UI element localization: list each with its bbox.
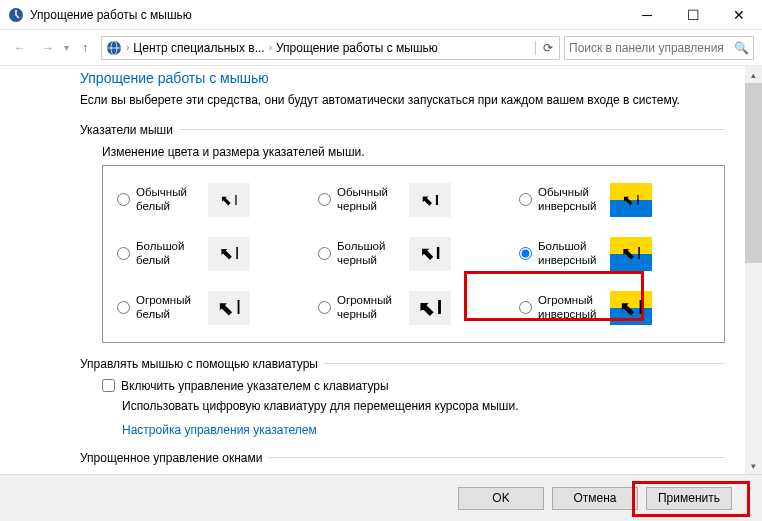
ibeam-icon: I	[234, 192, 238, 208]
pointer-label: Огромный черный	[337, 294, 405, 322]
pointer-label: Большой белый	[136, 240, 204, 268]
pointer-preview: ⬉I	[208, 183, 250, 217]
title-bar: Упрощение работы с мышью ─ ☐ ✕	[0, 0, 762, 30]
pointer-option-1[interactable]: Обычный черный⬉I	[318, 176, 509, 224]
history-chevron[interactable]: ▾	[64, 42, 69, 53]
pointer-label: Огромный белый	[136, 294, 204, 322]
ok-button[interactable]: OK	[458, 487, 544, 510]
divider	[268, 457, 725, 458]
address-bar[interactable]: › Центр специальных в... › Упрощение раб…	[101, 36, 560, 60]
breadcrumb-1[interactable]: Центр специальных в...	[133, 41, 264, 55]
pointer-radio-6[interactable]	[117, 301, 130, 314]
refresh-dropdown[interactable]: ⟳	[535, 41, 555, 55]
pointer-preview: ⬉I	[208, 237, 250, 271]
cursor-arrow-icon: ⬉	[220, 193, 232, 207]
pointer-preview: ⬉I	[409, 291, 451, 325]
cursor-arrow-icon: ⬉	[621, 245, 635, 262]
pointer-option-5[interactable]: Большой инверсный⬉I	[519, 230, 710, 278]
ibeam-icon: I	[636, 192, 640, 208]
globe-icon	[106, 40, 122, 56]
page-heading: Упрощение работы с мышью	[80, 70, 725, 86]
ibeam-icon: I	[236, 296, 242, 319]
keyboard-mouse-settings-link[interactable]: Настройка управления указателем	[122, 423, 725, 437]
cursor-arrow-icon: ⬉	[421, 193, 433, 207]
pointer-option-4[interactable]: Большой черный⬉I	[318, 230, 509, 278]
pointer-preview: ⬉I	[409, 183, 451, 217]
pointer-preview: ⬉I	[610, 237, 652, 271]
pointer-radio-1[interactable]	[318, 193, 331, 206]
pointer-label: Огромный инверсный	[538, 294, 606, 322]
pointer-label: Обычный черный	[337, 186, 405, 214]
enable-keyboard-mouse-checkbox[interactable]	[102, 379, 115, 392]
apply-button[interactable]: Применить	[646, 487, 732, 510]
section-title-pointers: Указатели мыши	[80, 123, 173, 137]
pointer-label: Обычный инверсный	[538, 186, 606, 214]
pointer-option-8[interactable]: Огромный инверсный⬉I	[519, 284, 710, 332]
pointer-label: Большой черный	[337, 240, 405, 268]
pointer-radio-5[interactable]	[519, 247, 532, 260]
pointer-radio-0[interactable]	[117, 193, 130, 206]
pointer-option-7[interactable]: Огромный черный⬉I	[318, 284, 509, 332]
scroll-down-button[interactable]: ▾	[745, 457, 762, 474]
ibeam-icon: I	[437, 296, 443, 319]
pointer-radio-8[interactable]	[519, 301, 532, 314]
window-title: Упрощение работы с мышью	[30, 8, 624, 22]
ibeam-icon: I	[638, 296, 644, 319]
divider	[179, 129, 725, 130]
minimize-button[interactable]: ─	[624, 0, 670, 30]
keyboard-mouse-desc: Использовать цифровую клавиатуру для пер…	[122, 399, 725, 413]
cancel-button[interactable]: Отмена	[552, 487, 638, 510]
ibeam-icon: I	[435, 192, 439, 208]
footer-bar: OK Отмена Применить	[0, 474, 762, 521]
search-input[interactable]	[569, 41, 734, 55]
pointer-label: Обычный белый	[136, 186, 204, 214]
pointer-radio-3[interactable]	[117, 247, 130, 260]
pointer-grid: Обычный белый⬉IОбычный черный⬉IОбычный и…	[102, 165, 725, 343]
cursor-arrow-icon: ⬉	[217, 298, 234, 318]
checkbox-label: Включить управление указателем с клавиат…	[121, 379, 389, 393]
content-pane: Упрощение работы с мышью Если вы выберет…	[0, 66, 745, 474]
back-button[interactable]: ←	[8, 36, 32, 60]
pointers-sub-label: Изменение цвета и размера указателей мыш…	[102, 145, 725, 159]
chevron-right-icon: ›	[269, 42, 272, 53]
breadcrumb-2[interactable]: Упрощение работы с мышью	[276, 41, 438, 55]
pointer-radio-2[interactable]	[519, 193, 532, 206]
pointer-preview: ⬉I	[610, 291, 652, 325]
pointer-preview: ⬉I	[409, 237, 451, 271]
ibeam-icon: I	[436, 244, 441, 264]
pointer-label: Большой инверсный	[538, 240, 606, 268]
pointer-radio-4[interactable]	[318, 247, 331, 260]
scroll-thumb[interactable]	[745, 83, 762, 263]
section-title-keyboard: Управлять мышью с помощью клавиатуры	[80, 357, 318, 371]
page-description: Если вы выберете эти средства, они будут…	[80, 92, 725, 109]
ibeam-icon: I	[235, 244, 240, 264]
control-panel-icon	[8, 7, 24, 23]
close-button[interactable]: ✕	[716, 0, 762, 30]
pointer-radio-7[interactable]	[318, 301, 331, 314]
cursor-arrow-icon: ⬉	[622, 193, 634, 207]
nav-bar: ← → ▾ ↑ › Центр специальных в... › Упрощ…	[0, 30, 762, 66]
forward-button[interactable]: →	[36, 36, 60, 60]
pointer-option-6[interactable]: Огромный белый⬉I	[117, 284, 308, 332]
pointer-option-3[interactable]: Большой белый⬉I	[117, 230, 308, 278]
maximize-button[interactable]: ☐	[670, 0, 716, 30]
cursor-arrow-icon: ⬉	[418, 298, 435, 318]
cursor-arrow-icon: ⬉	[420, 245, 434, 262]
search-icon: 🔍	[734, 41, 749, 55]
vertical-scrollbar[interactable]: ▴ ▾	[745, 66, 762, 474]
ibeam-icon: I	[637, 244, 642, 264]
search-box[interactable]: 🔍	[564, 36, 754, 60]
cursor-arrow-icon: ⬉	[219, 245, 233, 262]
pointer-option-2[interactable]: Обычный инверсный⬉I	[519, 176, 710, 224]
section-title-windows: Упрощенное управление окнами	[80, 451, 262, 465]
cursor-arrow-icon: ⬉	[619, 298, 636, 318]
up-button[interactable]: ↑	[73, 36, 97, 60]
divider	[324, 363, 725, 364]
pointer-preview: ⬉I	[208, 291, 250, 325]
pointer-preview: ⬉I	[610, 183, 652, 217]
pointer-option-0[interactable]: Обычный белый⬉I	[117, 176, 308, 224]
scroll-up-button[interactable]: ▴	[745, 66, 762, 83]
chevron-right-icon: ›	[126, 42, 129, 53]
